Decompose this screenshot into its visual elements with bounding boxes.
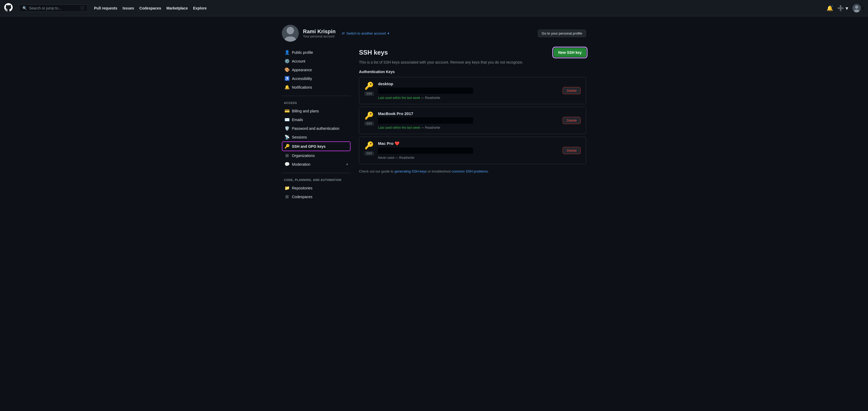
paintbrush-icon: 🎨 <box>284 67 289 72</box>
sidebar-item-moderation[interactable]: 💬 Moderation ▾ <box>282 160 350 169</box>
key-icon-wrap-macpro: 🔑 SSH <box>365 141 374 156</box>
delete-button-macbook[interactable]: Delete <box>563 117 581 124</box>
sidebar-item-ssh-gpg[interactable]: 🔑 SSH and GPG keys <box>282 141 350 151</box>
page-header: SSH keys New SSH key <box>359 48 586 57</box>
ssh-card-info-macbook: MacBook Pro 2017 Last used within the la… <box>378 111 558 130</box>
new-ssh-key-button[interactable]: New SSH key <box>554 48 586 57</box>
sidebar-item-account[interactable]: ⚙️ Account <box>282 57 350 65</box>
topnav: 🔍 / Pull requests Issues Codespaces Mark… <box>0 0 868 16</box>
search-input[interactable] <box>29 6 78 10</box>
user-info: Rami Krispin Your personal account <box>303 29 336 38</box>
sidebar-item-billing[interactable]: 💳 Billing and plans <box>282 107 350 115</box>
moderation-icon: 💬 <box>284 162 289 167</box>
main-content: SSH keys New SSH key This is a list of S… <box>359 48 586 201</box>
svg-point-0 <box>855 5 858 9</box>
access-section-label: Access <box>282 101 350 104</box>
avatar <box>852 4 861 12</box>
ssh-key-value-desktop <box>378 88 473 94</box>
ssh-card-meta-macpro: Never used — Read/write <box>378 156 558 160</box>
key-icon-macpro: 🔑 <box>365 141 374 150</box>
notif-dot <box>831 5 833 7</box>
chevron-down-icon: ▾ <box>346 163 348 166</box>
key-icon-wrap: 🔑 SSH <box>365 81 374 96</box>
broadcast-icon: 📡 <box>284 135 289 140</box>
user-name: Rami Krispin <box>303 29 336 35</box>
shield-icon: 🛡️ <box>284 126 289 131</box>
footer-note: Check out our guide to generating SSH ke… <box>359 169 586 173</box>
user-header: Rami Krispin Your personal account ⇄ Swi… <box>282 25 586 42</box>
new-item-button[interactable]: ➕ ▾ <box>837 5 848 11</box>
sidebar-item-codespaces[interactable]: ⊞ Codespaces <box>282 192 350 201</box>
sidebar-divider-2 <box>282 173 350 173</box>
ssh-badge-macbook: SSH <box>365 122 374 126</box>
key-icon-macbook: 🔑 <box>365 111 374 120</box>
ssh-badge-desktop: SSH <box>365 92 374 96</box>
sidebar-item-organizations[interactable]: ⊞ Organizations <box>282 151 350 160</box>
ssh-card-meta-desktop: Last used within the last week — Read/wr… <box>378 96 558 100</box>
user-menu-button[interactable]: ▾ <box>852 4 864 12</box>
gear-icon: ⚙️ <box>284 59 289 64</box>
sidebar-item-password[interactable]: 🛡️ Password and authentication <box>282 124 350 133</box>
nav-pull-requests[interactable]: Pull requests <box>94 6 117 10</box>
slash-badge: / <box>80 6 84 10</box>
ssh-key-card-macpro: 🔑 SSH Mac Pro ❤️ Never used — Read/write… <box>359 137 586 164</box>
ssh-badge-macpro: SSH <box>365 151 374 156</box>
go-to-profile-button[interactable]: Go to your personal profile <box>538 30 586 37</box>
sidebar-item-notifications[interactable]: 🔔 Notifications <box>282 83 350 92</box>
nav-codespaces[interactable]: Codespaces <box>140 6 161 10</box>
sidebar-item-appearance[interactable]: 🎨 Appearance <box>282 65 350 74</box>
ssh-card-meta-macbook: Last used within the last week — Read/wr… <box>378 126 558 130</box>
svg-point-3 <box>284 36 296 42</box>
key-icon-desktop: 🔑 <box>365 81 374 90</box>
switch-account-button[interactable]: ⇄ Switch to another account ▾ <box>342 31 390 35</box>
user-sub: Your personal account <box>303 35 336 38</box>
auth-keys-label: Authentication Keys <box>359 70 586 74</box>
ssh-key-name-desktop: desktop <box>378 81 558 86</box>
bell-icon: 🔔 <box>284 85 289 90</box>
svg-point-1 <box>854 9 859 12</box>
nav-explore[interactable]: Explore <box>193 6 207 10</box>
delete-button-desktop[interactable]: Delete <box>563 87 581 94</box>
topnav-links: Pull requests Issues Codespaces Marketpl… <box>94 6 207 10</box>
sidebar: 👤 Public profile ⚙️ Account 🎨 Appearance… <box>282 48 350 201</box>
organization-icon: ⊞ <box>284 153 289 158</box>
ssh-key-name-macbook: MacBook Pro 2017 <box>378 111 558 116</box>
sidebar-item-emails[interactable]: ✉️ Emails <box>282 115 350 124</box>
notifications-button[interactable]: 🔔 <box>827 5 833 11</box>
ssh-card-info-macpro: Mac Pro ❤️ Never used — Read/write <box>378 141 558 160</box>
delete-button-macpro[interactable]: Delete <box>563 147 581 154</box>
sidebar-divider <box>282 96 350 96</box>
ssh-card-info-desktop: desktop Last used within the last week —… <box>378 81 558 100</box>
ssh-key-name-macpro: Mac Pro ❤️ <box>378 141 558 146</box>
sidebar-item-sessions[interactable]: 📡 Sessions <box>282 133 350 141</box>
key-icon-wrap-macbook: 🔑 SSH <box>365 111 374 126</box>
nav-marketplace[interactable]: Marketplace <box>166 6 188 10</box>
search-icon: 🔍 <box>23 6 27 10</box>
sidebar-item-repositories[interactable]: 📁 Repositories <box>282 183 350 192</box>
sidebar-item-public-profile[interactable]: 👤 Public profile <box>282 48 350 57</box>
creditcard-icon: 💳 <box>284 108 289 113</box>
github-logo-icon <box>4 3 13 13</box>
repo-icon: 📁 <box>284 185 289 191</box>
ssh-key-card-desktop: 🔑 SSH desktop Last used within the last … <box>359 77 586 104</box>
accessibility-icon: ♿ <box>284 76 289 81</box>
generating-ssh-keys-link[interactable]: generating SSH keys <box>394 169 427 173</box>
ssh-key-value-macpro <box>378 147 473 154</box>
key-icon: 🔑 <box>284 144 289 149</box>
ssh-key-card-macbook: 🔑 SSH MacBook Pro 2017 Last used within … <box>359 107 586 134</box>
svg-point-2 <box>287 27 294 34</box>
nav-issues[interactable]: Issues <box>123 6 134 10</box>
page-description: This is a list of SSH keys associated wi… <box>359 60 586 64</box>
codespaces-icon: ⊞ <box>284 194 289 199</box>
common-ssh-problems-link[interactable]: common SSH problems <box>452 169 488 173</box>
sidebar-item-accessibility[interactable]: ♿ Accessibility <box>282 74 350 83</box>
avatar <box>282 25 299 42</box>
ssh-key-value-macbook <box>378 117 473 124</box>
mail-icon: ✉️ <box>284 117 289 122</box>
topnav-right: 🔔 ➕ ▾ ▾ <box>827 4 864 12</box>
person-icon: 👤 <box>284 50 289 55</box>
search-bar[interactable]: 🔍 / <box>19 4 88 12</box>
code-section-label: Code, planning, and automation <box>282 178 350 181</box>
user-menu-arrow: ▾ <box>862 6 864 10</box>
page-title: SSH keys <box>359 49 388 56</box>
